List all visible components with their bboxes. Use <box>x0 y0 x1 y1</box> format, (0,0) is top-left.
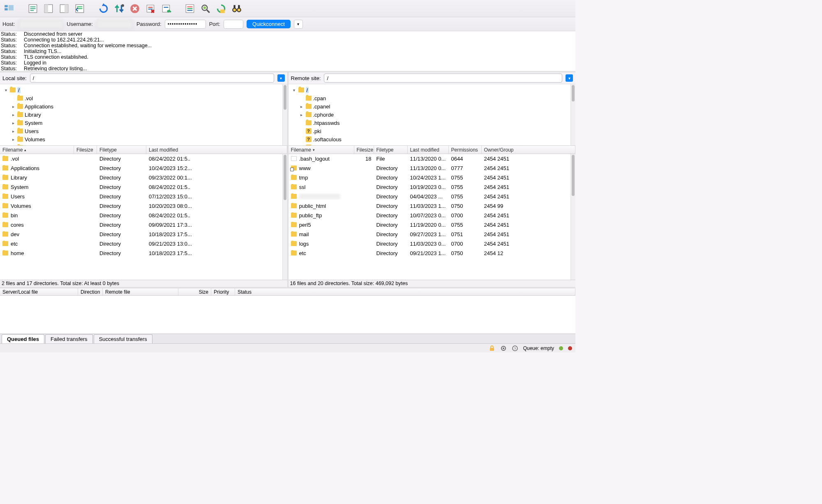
message-log[interactable]: Status:Disconnected from serverStatus:Co… <box>0 31 575 72</box>
tree-item[interactable]: ?.softaculous <box>292 135 571 143</box>
queue-col-direction[interactable]: Direction <box>78 288 103 295</box>
remote-col-permissions[interactable]: Permissions <box>449 146 482 154</box>
tree-item[interactable]: ?.spamassassin <box>292 143 571 145</box>
tab-failed-transfers[interactable]: Failed transfers <box>45 334 93 343</box>
local-site-dropdown[interactable]: ▾ <box>277 74 285 82</box>
remote-col-owner[interactable]: Owner/Group <box>482 146 576 154</box>
quickconnect-dropdown[interactable]: ▾ <box>294 20 303 29</box>
tab-queued-files[interactable]: Queued files <box>2 334 44 343</box>
expand-icon[interactable]: ▸ <box>299 104 304 109</box>
tree-item[interactable]: ▸.cphorde <box>292 110 571 119</box>
tree-item[interactable]: .htpasswds <box>292 119 571 127</box>
remote-tree[interactable]: ▾/.cpan▸.cpanel▸.cphorde.htpasswds?.pki?… <box>289 84 571 145</box>
toggle-queue-icon[interactable] <box>73 2 86 15</box>
remote-site-input[interactable] <box>324 74 562 83</box>
expand-icon[interactable]: ▸ <box>11 121 16 125</box>
remote-col-modified[interactable]: Last modified <box>408 146 449 154</box>
tree-item[interactable]: ▾/ <box>292 86 571 94</box>
quickconnect-button[interactable]: Quickconnect <box>247 20 291 28</box>
expand-icon[interactable]: ▸ <box>11 104 16 109</box>
list-item[interactable]: logsDirectory11/03/2023 0...07002454 245… <box>289 239 571 249</box>
list-item[interactable]: UsersDirectory07/12/2023 15:0... <box>0 192 282 201</box>
tree-item[interactable]: .cpan <box>292 94 571 102</box>
expand-icon[interactable]: ▸ <box>11 137 16 142</box>
queue-col-server[interactable]: Server/Local file <box>0 288 78 295</box>
disconnect-icon[interactable] <box>144 2 157 15</box>
tree-item[interactable]: ▸System <box>3 119 282 127</box>
list-item[interactable]: ApplicationsDirectory10/24/2023 15:2... <box>0 163 282 173</box>
search-icon[interactable] <box>199 2 212 15</box>
list-item[interactable]: LibraryDirectory09/23/2022 00:1... <box>0 173 282 182</box>
toggle-remote-tree-icon[interactable] <box>58 2 71 15</box>
gear-icon[interactable] <box>500 345 507 352</box>
compare-icon[interactable] <box>215 2 228 15</box>
tree-item[interactable]: .vol <box>3 94 282 102</box>
list-item[interactable]: mailDirectory09/27/2023 1...07512454 245… <box>289 230 571 239</box>
local-file-list[interactable]: .volDirectory08/24/2022 01:5..Applicatio… <box>0 154 282 280</box>
list-item[interactable]: etcDirectory09/21/2023 13:0... <box>0 239 282 249</box>
remote-col-filesize[interactable]: Filesize <box>354 146 374 154</box>
queue-col-priority[interactable]: Priority <box>211 288 235 295</box>
list-item[interactable]: .volDirectory08/24/2022 01:5.. <box>0 154 282 163</box>
local-col-filetype[interactable]: Filetype <box>97 146 146 154</box>
tab-successful-transfers[interactable]: Successful transfers <box>94 334 152 343</box>
remote-site-dropdown[interactable]: ▾ <box>566 74 573 82</box>
filter-icon[interactable] <box>183 2 196 15</box>
list-item[interactable]: sslDirectory10/19/2023 0...07552454 2451 <box>289 182 571 192</box>
tree-item[interactable]: ▸Library <box>3 110 282 119</box>
port-input[interactable] <box>224 20 243 29</box>
lock-icon[interactable] <box>489 345 495 352</box>
local-col-filesize[interactable]: Filesize <box>74 146 97 154</box>
local-col-filename[interactable]: Filename▴ <box>0 146 74 154</box>
toggle-local-tree-icon[interactable] <box>42 2 55 15</box>
cancel-icon[interactable] <box>128 2 141 15</box>
expand-icon[interactable]: ▸ <box>11 113 16 117</box>
list-item[interactable]: binDirectory08/24/2022 01:5.. <box>0 211 282 220</box>
list-item[interactable]: public_ftpDirectory10/07/2023 0...070024… <box>289 211 571 220</box>
remote-file-list[interactable]: .bash_logout18File11/13/2020 0...0644245… <box>289 154 571 280</box>
expand-icon[interactable]: ▸ <box>299 113 304 117</box>
list-item[interactable]: homeDirectory10/18/2023 17:5... <box>0 249 282 258</box>
tree-item[interactable]: ▸Applications <box>3 102 282 110</box>
expand-icon[interactable]: ▾ <box>292 88 297 92</box>
list-item[interactable]: wwwDirectory11/13/2020 0...07772454 2451 <box>289 163 571 173</box>
refresh-icon[interactable] <box>97 2 110 15</box>
site-manager-icon[interactable] <box>2 2 16 15</box>
remote-tree-scrollbar[interactable] <box>570 84 575 145</box>
queue-col-size[interactable]: Size <box>178 288 211 295</box>
list-item[interactable]: .bash_logout18File11/13/2020 0...0644245… <box>289 154 571 163</box>
process-queue-icon[interactable] <box>113 2 126 15</box>
list-item[interactable]: VolumesDirectory10/20/2023 08:0... <box>0 201 282 211</box>
local-site-input[interactable] <box>30 74 274 83</box>
tree-item[interactable]: ?.pki <box>292 127 571 135</box>
username-input[interactable] <box>96 20 133 29</box>
list-item[interactable]: devDirectory10/18/2023 17:5... <box>0 230 282 239</box>
remote-col-filename[interactable]: Filename▾ <box>289 146 354 154</box>
tree-item[interactable]: ▸Volumes <box>3 135 282 143</box>
remote-list-scrollbar[interactable] <box>570 154 575 280</box>
local-list-scrollbar[interactable] <box>282 154 287 280</box>
expand-icon[interactable]: ▾ <box>3 88 8 92</box>
list-item[interactable]: SystemDirectory08/24/2022 01:5.. <box>0 182 282 192</box>
tree-item[interactable]: ▸.cpanel <box>292 102 571 110</box>
queue-col-remote[interactable]: Remote file <box>103 288 178 295</box>
list-item[interactable]: tmpDirectory10/24/2023 1...07552454 2451 <box>289 173 571 182</box>
local-col-modified[interactable]: Last modified <box>146 146 287 154</box>
list-item[interactable]: Directory04/04/2023 ...07552454 2451 <box>289 192 571 201</box>
queue-col-status[interactable]: Status <box>235 288 575 295</box>
help-icon[interactable]: ? <box>512 345 518 352</box>
local-tree-scrollbar[interactable] <box>282 84 287 145</box>
tree-item[interactable]: bin <box>3 143 282 145</box>
toggle-log-icon[interactable] <box>26 2 39 15</box>
expand-icon[interactable]: ▸ <box>11 129 16 133</box>
list-item[interactable]: perl5Directory11/19/2020 0...07552454 24… <box>289 220 571 230</box>
list-item[interactable]: public_htmlDirectory11/03/2023 1...07502… <box>289 201 571 211</box>
password-input[interactable] <box>165 20 206 29</box>
binoculars-icon[interactable] <box>230 2 243 15</box>
list-item[interactable]: coresDirectory09/09/2021 17:3... <box>0 220 282 230</box>
remote-col-filetype[interactable]: Filetype <box>374 146 408 154</box>
local-tree[interactable]: ▾/.vol▸Applications▸Library▸System▸Users… <box>0 84 282 145</box>
reconnect-icon[interactable] <box>159 2 173 15</box>
tree-item[interactable]: ▾/ <box>3 86 282 94</box>
tree-item[interactable]: ▸Users <box>3 127 282 135</box>
